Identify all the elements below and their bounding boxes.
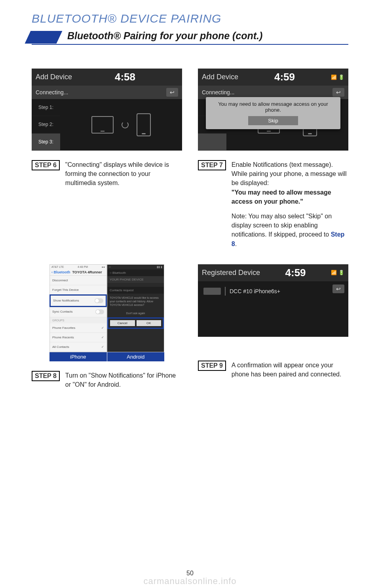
cell-step9: Registered Device 4:59 📶 🔋 DCC #10 iPhon… xyxy=(198,264,348,389)
step9-text: A confirmation will appear once your pho… xyxy=(232,361,348,379)
step7-note-suffix: . xyxy=(235,241,237,247)
status-icons: 📶 🔋 xyxy=(331,270,344,275)
step7-bold: "You may need to allow message access on… xyxy=(232,189,331,205)
step7-p1: Enable Notifications (text message). Whi… xyxy=(232,161,347,186)
iphone-statusbar: AT&T LTE4:48 PM●● xyxy=(50,265,106,269)
step9-block: STEP 9 A confirmation will appear once y… xyxy=(198,361,348,379)
screen-clock: 4:59 xyxy=(274,71,295,83)
registered-body: DCC #10 iPhone6s+ ↩ xyxy=(198,281,348,337)
title-row: Bluetooth® Pairing for your phone (cont.… xyxy=(32,30,348,45)
back-icon[interactable]: ↩ xyxy=(332,284,344,293)
groups-section: GROUPS xyxy=(50,317,106,323)
content-grid: Add Device 4:58 Connecting... ↩ Step 1: … xyxy=(32,69,348,389)
label-android: Android xyxy=(107,352,165,361)
screen-title: Add Device xyxy=(36,73,72,81)
subbar-text: Connecting... xyxy=(202,89,235,95)
iphone-screenshot: AT&T LTE4:48 PM●● ‹ Bluetooth TOYOTA 4Ru… xyxy=(49,264,107,352)
step7-block: STEP 7 Enable Notifications (text messag… xyxy=(198,160,348,248)
toggle-icon[interactable] xyxy=(95,298,103,303)
screen-clock: 4:58 xyxy=(115,71,135,83)
toggle-icon[interactable] xyxy=(95,309,104,314)
cell-step6: Add Device 4:58 Connecting... ↩ Step 1: … xyxy=(32,69,182,248)
screen-title: Registered Device xyxy=(202,269,260,277)
step8-block: STEP 8 Turn on "Show Notifications" for … xyxy=(32,371,182,389)
connecting-graphic xyxy=(60,99,182,151)
watermark: carmanualsonline.info xyxy=(0,576,380,586)
row-disconnect[interactable]: Disconnect xyxy=(50,276,106,285)
label-iphone: iPhone xyxy=(49,352,107,361)
step-3: Step 3: xyxy=(32,134,60,151)
device-name: DCC #10 iPhone6s+ xyxy=(230,288,280,294)
step7-badge: STEP 7 xyxy=(198,160,226,170)
section-header: BLUETOOTH® DEVICE PAIRING xyxy=(32,12,348,25)
step6-block: STEP 6 "Connecting" displays while devic… xyxy=(32,160,182,188)
row-recents[interactable]: Phone Recents✓ xyxy=(50,333,106,342)
skip-button[interactable]: Skip xyxy=(248,116,298,125)
battery-icon: 🔋 xyxy=(338,270,344,275)
step8-text: Turn on "Show Notifications" for iPhone … xyxy=(65,371,182,389)
step-list: Step 1: Step 2: Step 3: xyxy=(32,99,60,151)
cell-step8: AT&T LTE4:48 PM●● ‹ Bluetooth TOYOTA 4Ru… xyxy=(32,264,182,389)
page-title: Bluetooth® Pairing for your phone (cont.… xyxy=(67,30,262,44)
screen-topbar: Registered Device 4:59 📶 🔋 xyxy=(198,264,348,281)
android-statusbar: ▫▫▮▮ ▮ xyxy=(107,265,164,269)
cancel-button[interactable]: Cancel xyxy=(110,320,135,326)
phone-icon xyxy=(137,113,151,136)
android-dialog-buttons: Cancel OK xyxy=(107,317,164,329)
android-screenshot: ▫▫▮▮ ▮ ○ Bluetooth YOUR PHONE DEVICE Con… xyxy=(107,264,164,352)
screen-topbar: Add Device 4:59 📶 🔋 xyxy=(198,69,348,86)
spinner-icon xyxy=(122,121,129,128)
row-favorites[interactable]: Phone Favorites✓ xyxy=(50,323,106,333)
step8-badge: STEP 8 xyxy=(32,371,60,381)
step7-note: Note: You may also select "Skip" on disp… xyxy=(232,213,332,238)
step7-text: Enable Notifications (text message). Whi… xyxy=(232,160,348,248)
popup-text: You may need to allow message access on … xyxy=(211,101,336,113)
step-1: Step 1: xyxy=(32,99,60,116)
android-dont-ask[interactable]: Don't ask again xyxy=(107,309,164,317)
divider xyxy=(225,287,226,296)
screen-clock: 4:59 xyxy=(285,267,306,279)
battery-icon: 🔋 xyxy=(338,74,344,80)
screen-body: Step 1: Step 2: Step 3: xyxy=(32,99,182,151)
infotainment-screenshot-registered: Registered Device 4:59 📶 🔋 DCC #10 iPhon… xyxy=(198,264,348,337)
phone-screenshots: AT&T LTE4:48 PM●● ‹ Bluetooth TOYOTA 4Ru… xyxy=(49,264,164,352)
back-link[interactable]: ‹ Bluetooth xyxy=(51,270,70,274)
screen-subbar: Connecting... ↩ xyxy=(32,86,182,99)
subbar-text: Connecting... xyxy=(36,89,68,95)
cell-step7: Add Device 4:59 📶 🔋 Connecting... ↩ xyxy=(198,69,348,248)
android-dialog-title: Contacts request xyxy=(107,287,164,294)
step6-text: "Connecting" displays while device is fo… xyxy=(65,160,182,188)
back-icon[interactable]: ↩ xyxy=(332,88,344,97)
android-header: ○ Bluetooth xyxy=(107,269,164,276)
message-access-popup: You may need to allow message access on … xyxy=(206,97,340,129)
android-device: YOUR PHONE DEVICE xyxy=(107,276,164,283)
infotainment-screenshot-connecting: Add Device 4:58 Connecting... ↩ Step 1: … xyxy=(32,69,182,151)
screen-title: Add Device xyxy=(202,73,238,81)
phone-labels: iPhone Android xyxy=(49,352,164,361)
row-forget[interactable]: Forget This Device xyxy=(50,285,106,295)
signal-icon: 📶 xyxy=(331,74,337,80)
signal-icon: 📶 xyxy=(331,270,337,275)
screen-topbar: Add Device 4:58 xyxy=(32,69,182,86)
row-sync-contacts[interactable]: Sync Contacts xyxy=(50,307,106,317)
row-all-contacts[interactable]: All Contacts✓ xyxy=(50,342,106,352)
title-accent xyxy=(25,31,63,44)
ok-button[interactable]: OK xyxy=(137,320,162,326)
android-dialog-body: TOYOTA VEHICLE would like to access your… xyxy=(107,294,164,309)
iphone-header: ‹ Bluetooth TOYOTA 4Runner xyxy=(50,269,106,276)
step6-badge: STEP 6 xyxy=(32,160,60,170)
step-2: Step 2: xyxy=(32,116,60,133)
infotainment-screenshot-popup: Add Device 4:59 📶 🔋 Connecting... ↩ xyxy=(198,69,348,151)
back-icon[interactable]: ↩ xyxy=(166,88,178,97)
step9-badge: STEP 9 xyxy=(198,361,226,371)
registered-device-row[interactable]: DCC #10 iPhone6s+ xyxy=(202,284,329,298)
row-show-notifications[interactable]: Show Notifications xyxy=(49,294,107,307)
headunit-icon xyxy=(91,116,114,134)
device-chip xyxy=(203,288,221,295)
status-icons: 📶 🔋 xyxy=(331,74,344,80)
